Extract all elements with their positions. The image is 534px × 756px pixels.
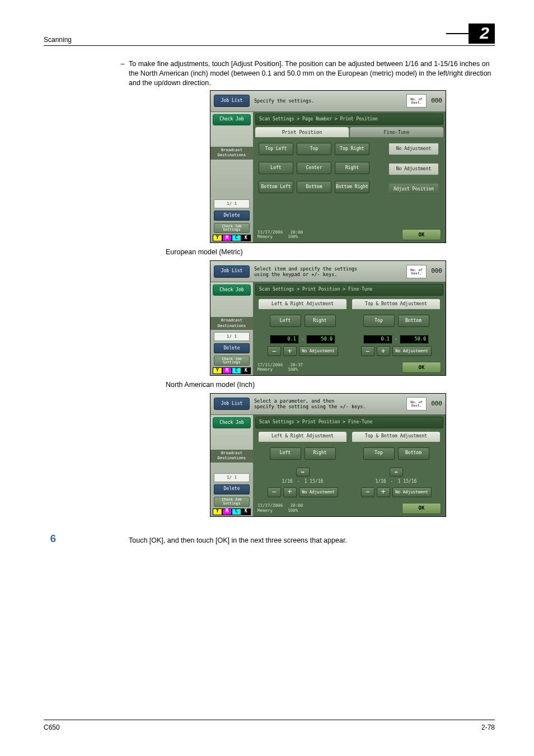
lr-adjustment-header: Left & Right Adjustment (259, 299, 346, 309)
no-adjustment-1: No Adjustment (388, 143, 439, 155)
intro-text: To make fine adjustments, touch [Adjust … (129, 59, 495, 88)
dest-count-value: 000 (431, 97, 442, 105)
page-indicator: 1/ 1 (214, 332, 250, 341)
range-hi: 50.0 (400, 335, 429, 344)
tb-adjustment-header: Top & Bottom Adjustment (352, 299, 440, 309)
dest-count-value: 000 (431, 267, 442, 276)
intro-bullet: – To make fine adjustments, touch [Adjus… (116, 59, 495, 88)
range-lo: 1/16 (376, 479, 386, 485)
page-header: Scanning 2 (44, 24, 495, 46)
swap-icon[interactable]: ⇔ (296, 468, 310, 477)
right-button[interactable]: Right (305, 315, 336, 327)
adjust-position-button[interactable]: Adjust Position (388, 183, 439, 195)
toner-y: Y (213, 235, 222, 241)
swap-icon[interactable]: ⇔ (390, 468, 403, 477)
plus-button[interactable]: + (283, 487, 297, 497)
tab-fine-tune[interactable]: Fine-Tune (350, 127, 443, 137)
right-button[interactable]: Right (305, 447, 336, 460)
screenshot-fine-tune-inch: Job List Select a parameter, and then sp… (210, 393, 446, 517)
toner-c: C (232, 235, 241, 241)
step-number: 6 (44, 531, 56, 546)
broadcast-label: Broadcast Destinations (210, 450, 253, 463)
plus-button[interactable]: + (283, 346, 297, 356)
check-job-button[interactable]: Check Job (213, 284, 251, 296)
minus-button[interactable]: − (268, 487, 281, 497)
no-adjustment-button[interactable]: No Adjustment (392, 487, 432, 497)
minus-button[interactable]: − (268, 346, 281, 356)
footer-page: 2-78 (481, 724, 495, 731)
check-job-settings-button[interactable]: Check Job Settings (214, 356, 250, 366)
check-job-button[interactable]: Check Job (213, 417, 251, 428)
dest-count-box: No. of Dest. (406, 397, 427, 410)
no-adjustment-button[interactable]: No Adjustment (392, 346, 432, 356)
pos-right[interactable]: Right (335, 162, 369, 174)
delete-button[interactable]: Delete (214, 343, 250, 353)
pos-center[interactable]: Center (297, 162, 331, 174)
toner-m: M (222, 235, 232, 241)
top-button[interactable]: Top (363, 447, 395, 460)
step-6: 6 Touch [OK], and then touch [OK] in the… (44, 531, 495, 546)
step-text: Touch [OK], and then touch [OK] in the n… (129, 536, 347, 545)
lr-adjustment-header: Left & Right Adjustment (259, 432, 346, 442)
toner-indicators: Y M C K (213, 367, 251, 374)
ok-button[interactable]: OK (402, 229, 441, 240)
dest-count-box: No. of Dest. (406, 94, 427, 108)
pos-bottom[interactable]: Bottom (297, 181, 331, 193)
plus-button[interactable]: + (377, 487, 390, 497)
left-button[interactable]: Left (270, 315, 301, 327)
no-adjustment-button[interactable]: No Adjustment (299, 487, 338, 497)
page-indicator: 1/ 1 (214, 199, 250, 208)
broadcast-label: Broadcast Destinations (210, 317, 253, 330)
breadcrumb: Scan Settings > Page Number > Print Posi… (255, 114, 443, 125)
toner-indicators: Y M C K (213, 508, 251, 515)
tab-print-position[interactable]: Print Position (255, 127, 349, 137)
no-adjustment-2: No Adjustment (388, 163, 439, 175)
top-button[interactable]: Top (363, 315, 395, 327)
tb-adjustment-header: Top & Bottom Adjustment (352, 432, 440, 442)
pos-bottom-left[interactable]: Bottom Left (259, 181, 293, 193)
job-list-button[interactable]: Job List (214, 95, 250, 107)
pos-bottom-right[interactable]: Bottom Right (335, 181, 369, 193)
plus-button[interactable]: + (377, 346, 390, 356)
check-job-button[interactable]: Check Job (213, 114, 251, 125)
range-lo: 1/16 (282, 479, 293, 485)
left-button[interactable]: Left (270, 447, 301, 460)
ok-button[interactable]: OK (402, 503, 441, 514)
pos-top-right[interactable]: Top Right (335, 143, 369, 155)
range-hi: 50.0 (306, 335, 335, 344)
caption-north-american: North American model (Inch) (161, 380, 495, 390)
section-title: Scanning (44, 36, 72, 44)
pos-left[interactable]: Left (259, 162, 293, 174)
breadcrumb: Scan Settings > Print Position > Fine-Tu… (255, 417, 443, 428)
job-list-button[interactable]: Job List (214, 398, 250, 410)
chapter-number: 2 (469, 24, 495, 44)
range-lo: 0.1 (270, 335, 299, 344)
timestamp: 11/17/2006 20:00 Memory 100% (257, 230, 303, 240)
timestamp: 17/11/2006 20:37 Memory 100% (257, 363, 303, 372)
toner-indicators: Y M C K (213, 235, 251, 241)
screen-title: Select a parameter, and then specify the… (250, 398, 406, 409)
pos-top-left[interactable]: Top Left (259, 143, 293, 155)
toner-k: K (241, 235, 251, 241)
bottom-button[interactable]: Bottom (398, 315, 429, 327)
pos-top[interactable]: Top (297, 143, 331, 155)
check-job-settings-button[interactable]: Check Job Settings (214, 497, 250, 507)
page-indicator: 1/ 1 (214, 473, 250, 482)
ok-button[interactable]: OK (402, 362, 441, 373)
minus-button[interactable]: − (361, 487, 374, 497)
chapter-badge: 2 (446, 24, 495, 44)
timestamp: 11/17/2006 20:00 Memory 100% (257, 503, 303, 513)
caption-european: European model (Metric) (161, 248, 495, 257)
bottom-button[interactable]: Bottom (398, 447, 429, 460)
delete-button[interactable]: Delete (214, 211, 250, 221)
range-hi: 1 15/16 (305, 479, 324, 485)
footer-model: C650 (44, 724, 60, 731)
no-adjustment-button[interactable]: No Adjustment (299, 346, 338, 356)
job-list-button[interactable]: Job List (214, 265, 250, 278)
minus-button[interactable]: − (361, 346, 374, 356)
screen-title: Select item and specify the settings usi… (250, 266, 406, 277)
broadcast-label: Broadcast Destinations (210, 147, 253, 160)
delete-button[interactable]: Delete (214, 484, 250, 494)
screenshot-fine-tune-metric: Job List Select item and specify the set… (210, 260, 446, 376)
check-job-settings-button[interactable]: Check Job Settings (214, 223, 250, 233)
